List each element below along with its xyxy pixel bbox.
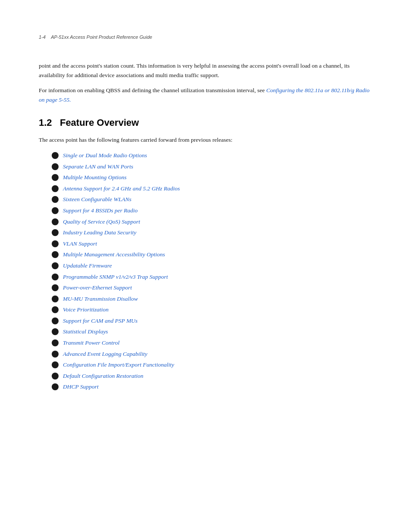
list-item: Antenna Support for 2.4 GHz and 5.2 GHz … (52, 184, 372, 193)
list-item: MU-MU Transmission Disallow (52, 294, 372, 304)
bullet-icon (52, 351, 59, 358)
feature-link-15[interactable]: Support for CAM and PSP MUs (63, 316, 137, 326)
list-item: Programmable SNMP v1/v2/v3 Trap Support (52, 272, 372, 282)
feature-list: Single or Dual Mode Radio OptionsSeparat… (52, 151, 372, 392)
bullet-icon (52, 196, 59, 203)
section-title: Feature Overview (60, 117, 139, 128)
bullet-icon (52, 251, 59, 258)
list-item: Multiple Management Accessibility Option… (52, 250, 372, 259)
bullet-icon (52, 296, 59, 302)
list-item: Voice Prioritization (52, 305, 372, 314)
list-item: Quality of Service (QoS) Support (52, 217, 372, 227)
bullet-icon (52, 373, 59, 380)
list-item: Single or Dual Mode Radio Options (52, 151, 372, 160)
bullet-icon (52, 383, 59, 390)
list-item: Default Configuration Restoration (52, 371, 372, 381)
intro-paragraph-2: For information on enabling QBSS and def… (39, 86, 372, 104)
page-header: 1-4 AP-51xx Access Point Product Referen… (39, 34, 372, 40)
bullet-icon (52, 218, 59, 225)
list-item: Transmit Power Control (52, 338, 372, 348)
bullet-icon (52, 274, 59, 280)
section-intro: The access point has the following featu… (39, 135, 372, 145)
bullet-icon (52, 306, 59, 313)
list-item: VLAN Support (52, 239, 372, 249)
feature-link-9[interactable]: Multiple Management Accessibility Option… (63, 250, 165, 259)
bullet-icon (52, 174, 59, 181)
list-item: Configuration File Import/Export Functio… (52, 360, 372, 370)
feature-link-16[interactable]: Statistical Displays (63, 327, 108, 336)
feature-link-18[interactable]: Advanced Event Logging Capability (63, 349, 147, 359)
section-number: 1.2 (39, 117, 52, 128)
section-heading: 1.2 Feature Overview (39, 117, 372, 128)
feature-link-10[interactable]: Updatable Firmware (63, 261, 112, 271)
list-item: Power-over-Ethernet Support (52, 283, 372, 292)
list-item: DHCP Support (52, 382, 372, 392)
bullet-icon (52, 328, 59, 335)
feature-link-19[interactable]: Configuration File Import/Export Functio… (63, 360, 174, 370)
bullet-icon (52, 361, 59, 368)
feature-link-20[interactable]: Default Configuration Restoration (63, 371, 143, 381)
feature-link-14[interactable]: Voice Prioritization (63, 305, 109, 314)
feature-link-8[interactable]: VLAN Support (63, 239, 97, 249)
bullet-icon (52, 240, 59, 247)
feature-link-6[interactable]: Quality of Service (QoS) Support (63, 217, 140, 227)
list-item: Industry Leading Data Security (52, 228, 372, 237)
list-item: Separate LAN and WAN Ports (52, 162, 372, 171)
list-item: Advanced Event Logging Capability (52, 349, 372, 359)
document-title: AP-51xx Access Point Product Reference G… (51, 34, 152, 40)
bullet-icon (52, 207, 59, 214)
feature-link-1[interactable]: Separate LAN and WAN Ports (63, 162, 133, 171)
list-item: Multiple Mounting Options (52, 173, 372, 182)
feature-link-11[interactable]: Programmable SNMP v1/v2/v3 Trap Support (63, 272, 168, 282)
feature-link-17[interactable]: Transmit Power Control (63, 338, 120, 348)
bullet-icon (52, 152, 59, 159)
list-item: Sixteen Configurable WLANs (52, 195, 372, 204)
list-item: Statistical Displays (52, 327, 372, 336)
feature-link-2[interactable]: Multiple Mounting Options (63, 173, 127, 182)
intro-para2-text: For information on enabling QBSS and def… (39, 87, 266, 93)
bullet-icon (52, 229, 59, 236)
bullet-icon (52, 339, 59, 346)
feature-link-4[interactable]: Sixteen Configurable WLANs (63, 195, 131, 204)
feature-link-13[interactable]: MU-MU Transmission Disallow (63, 294, 138, 304)
feature-link-21[interactable]: DHCP Support (63, 382, 99, 392)
list-item: Support for 4 BSSIDs per Radio (52, 206, 372, 215)
bullet-icon (52, 262, 59, 269)
feature-link-5[interactable]: Support for 4 BSSIDs per Radio (63, 206, 138, 215)
list-item: Updatable Firmware (52, 261, 372, 271)
bullet-icon (52, 163, 59, 170)
page: 1-4 AP-51xx Access Point Product Referen… (0, 0, 411, 532)
bullet-icon (52, 185, 59, 192)
intro-paragraph-1: point and the access point's station cou… (39, 61, 372, 80)
feature-link-3[interactable]: Antenna Support for 2.4 GHz and 5.2 GHz … (63, 184, 180, 193)
bullet-icon (52, 317, 59, 324)
feature-link-7[interactable]: Industry Leading Data Security (63, 228, 137, 237)
list-item: Support for CAM and PSP MUs (52, 316, 372, 326)
feature-link-0[interactable]: Single or Dual Mode Radio Options (63, 151, 147, 160)
bullet-icon (52, 284, 59, 291)
feature-link-12[interactable]: Power-over-Ethernet Support (63, 283, 132, 292)
page-number: 1-4 (39, 34, 46, 40)
